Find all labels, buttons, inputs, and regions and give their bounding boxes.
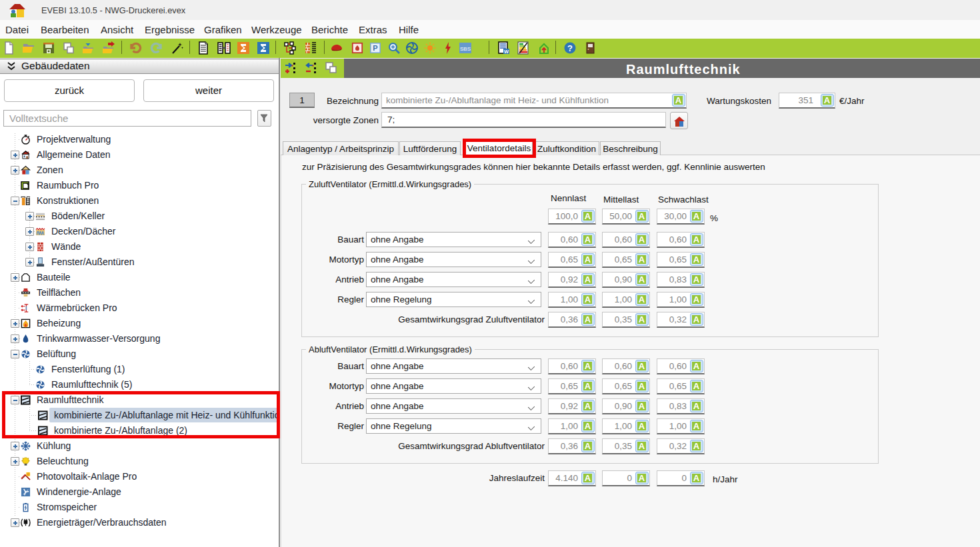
svg-text:?: ? <box>567 43 573 53</box>
svg-text:W: W <box>504 49 509 55</box>
svg-text:P: P <box>373 44 377 52</box>
svg-text:SBS: SBS <box>460 46 471 52</box>
